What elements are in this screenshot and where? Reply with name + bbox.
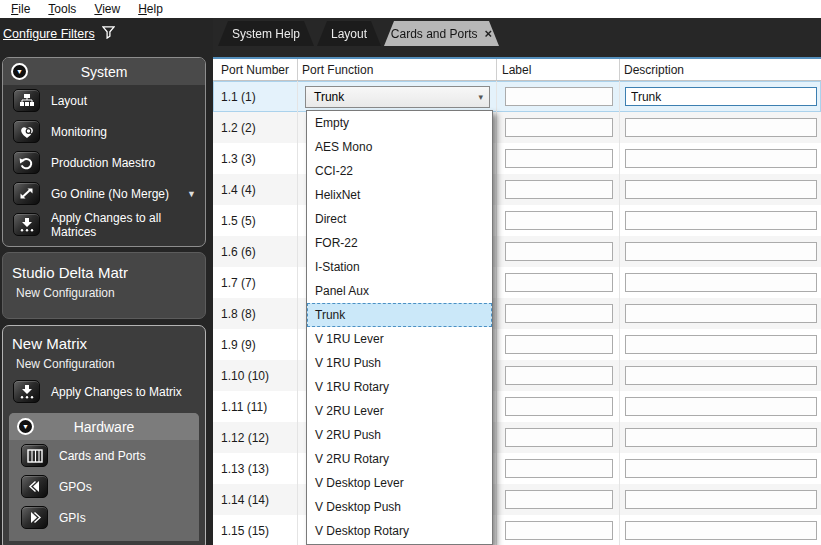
dropdown-option[interactable]: V 2RU Rotary [307,447,492,471]
dropdown-option[interactable]: Empty [307,111,492,135]
description-input[interactable] [625,273,817,292]
label-input[interactable] [505,521,613,540]
port-number-cell[interactable]: 1.13 (13) [213,453,298,484]
label-input[interactable] [505,211,613,230]
dropdown-option[interactable]: V Desktop Rotary [307,519,492,543]
label-input[interactable] [505,118,613,137]
port-number-cell[interactable]: 1.6 (6) [213,236,298,267]
description-input[interactable] [625,366,817,385]
dropdown-option-selected[interactable]: Trunk [307,303,492,327]
description-input[interactable] [625,428,817,447]
label-input[interactable] [505,459,613,478]
port-number-cell[interactable]: 1.7 (7) [213,267,298,298]
label-input[interactable] [505,428,613,447]
port-number-cell[interactable]: 1.15 (15) [213,515,298,545]
port-number-cell[interactable]: 1.8 (8) [213,298,298,329]
menu-view[interactable]: View [85,2,129,16]
table-row[interactable]: 1.11 (11) [213,391,821,422]
table-row[interactable]: 1.9 (9) [213,329,821,360]
description-input[interactable] [625,397,817,416]
table-row[interactable]: 1.10 (10) [213,360,821,391]
sidebar-item-monitoring[interactable]: Monitoring [3,116,205,147]
dropdown-option[interactable]: HelixNet [307,183,492,207]
sidebar-item-go-online[interactable]: Go Online (No Merge) ▼ [3,178,205,209]
table-row[interactable]: 1.2 (2) [213,112,821,143]
description-input[interactable] [625,118,817,137]
label-input[interactable] [505,242,613,261]
label-input[interactable] [505,366,613,385]
dropdown-option[interactable]: Direct [307,207,492,231]
table-row[interactable]: 1.15 (15) [213,515,821,545]
sidebar-item-gpos[interactable]: GPOs [9,471,199,502]
port-number-cell[interactable]: 1.10 (10) [213,360,298,391]
go-online-dropdown-icon[interactable]: ▼ [187,189,196,199]
description-input[interactable] [625,521,817,540]
label-input[interactable] [505,87,613,106]
description-input[interactable] [625,211,817,230]
table-row[interactable]: 1.6 (6) [213,236,821,267]
sidebar-item-layout[interactable]: Layout [3,85,205,116]
dropdown-option[interactable]: Panel Aux [307,279,492,303]
collapse-system-button[interactable]: ▼ [11,63,28,80]
table-row-selected[interactable]: 1.1 (1) Trunk ▾ [213,81,821,112]
dropdown-option[interactable]: V 1RU Push [307,351,492,375]
close-tab-icon[interactable]: × [485,27,493,40]
studio-delta-panel[interactable]: Studio Delta Matr New Configuration [2,252,206,319]
label-input[interactable] [505,335,613,354]
port-function-combobox[interactable]: Trunk [305,86,490,108]
dropdown-option[interactable]: I-Station [307,255,492,279]
tab-cards-and-ports[interactable]: Cards and Ports × [384,21,499,46]
description-input[interactable] [625,459,817,478]
sidebar-item-production-maestro[interactable]: Production Maestro [3,147,205,178]
description-input[interactable] [625,304,817,323]
table-row[interactable]: 1.8 (8) [213,298,821,329]
label-input[interactable] [505,180,613,199]
collapse-hardware-button[interactable]: ▼ [17,418,34,435]
menu-tools[interactable]: Tools [39,2,85,16]
menu-help[interactable]: Help [129,2,172,16]
dropdown-option[interactable]: AES Mono [307,135,492,159]
menu-file[interactable]: File [2,2,39,16]
table-row[interactable]: 1.3 (3) [213,143,821,174]
table-row[interactable]: 1.12 (12) [213,422,821,453]
port-number-cell[interactable]: 1.11 (11) [213,391,298,422]
description-input[interactable] [625,180,817,199]
port-number-cell[interactable]: 1.3 (3) [213,143,298,174]
dropdown-option[interactable]: V 2RU Lever [307,399,492,423]
dropdown-option[interactable]: V Desktop Lever [307,471,492,495]
dropdown-option[interactable]: CCI-22 [307,159,492,183]
combobox-chevron-icon[interactable]: ▾ [478,92,483,102]
configure-filters-link[interactable]: Configure Filters [3,26,115,42]
dropdown-option[interactable]: V 2RU Push [307,423,492,447]
label-input[interactable] [505,304,613,323]
dropdown-option[interactable]: V 1RU Rotary [307,375,492,399]
description-input[interactable] [625,87,817,106]
sidebar-item-apply-changes-matrix[interactable]: Apply Changes to Matrix [3,376,205,407]
tab-layout[interactable]: Layout [317,21,381,46]
table-row[interactable]: 1.5 (5) [213,205,821,236]
port-number-cell[interactable]: 1.12 (12) [213,422,298,453]
dropdown-option[interactable]: FOR-22 [307,231,492,255]
table-row[interactable]: 1.4 (4) [213,174,821,205]
sidebar-item-gpis[interactable]: GPIs [9,502,199,533]
sidebar-item-cards-and-ports[interactable]: Cards and Ports [9,440,199,471]
table-row[interactable]: 1.13 (13) [213,453,821,484]
dropdown-option[interactable]: V 1RU Lever [307,327,492,351]
description-input[interactable] [625,335,817,354]
sidebar-item-apply-changes-all[interactable]: Apply Changes to all Matrices [3,209,205,240]
table-row[interactable]: 1.14 (14) [213,484,821,515]
port-number-cell[interactable]: 1.9 (9) [213,329,298,360]
port-number-cell[interactable]: 1.1 (1) [213,81,298,112]
description-input[interactable] [625,490,817,509]
port-number-cell[interactable]: 1.4 (4) [213,174,298,205]
description-input[interactable] [625,242,817,261]
dropdown-option[interactable]: V Desktop Push [307,495,492,519]
port-number-cell[interactable]: 1.2 (2) [213,112,298,143]
port-number-cell[interactable]: 1.5 (5) [213,205,298,236]
port-number-cell[interactable]: 1.14 (14) [213,484,298,515]
tab-system-help[interactable]: System Help [218,21,314,46]
label-input[interactable] [505,490,613,509]
label-input[interactable] [505,397,613,416]
label-input[interactable] [505,273,613,292]
description-input[interactable] [625,149,817,168]
